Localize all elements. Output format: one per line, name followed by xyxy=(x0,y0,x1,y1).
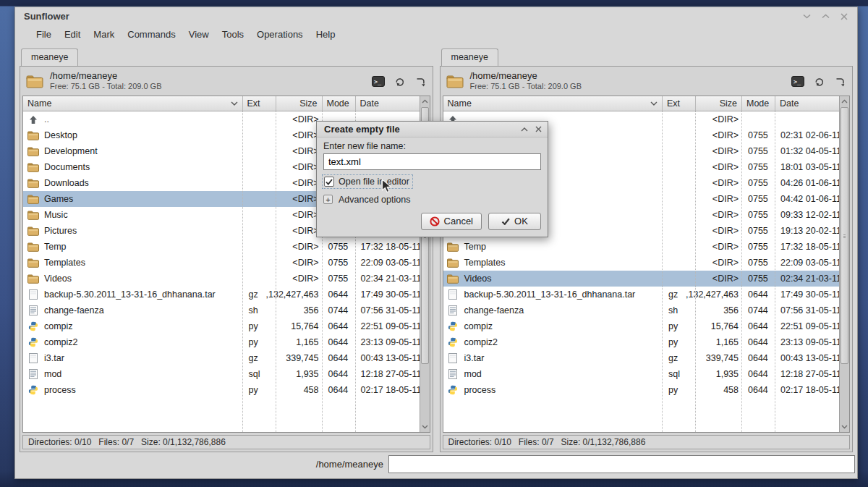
menu-help[interactable]: Help xyxy=(310,27,342,42)
file-row[interactable]: process py 458 0644 02:17 18-05-11 xyxy=(23,382,420,398)
checkbox-checked-icon[interactable] xyxy=(324,177,334,187)
open-in-editor-checkbox-row[interactable]: Open file in editor xyxy=(323,176,412,187)
right-scrollbar[interactable] xyxy=(839,96,849,432)
advanced-options-expander[interactable]: + Advanced options xyxy=(323,195,541,205)
column-header-ext[interactable]: Ext xyxy=(663,96,696,111)
swap-panels-icon[interactable] xyxy=(834,76,845,87)
menu-mark[interactable]: Mark xyxy=(87,27,121,42)
maximize-icon[interactable] xyxy=(818,10,833,23)
file-row[interactable]: Temp <DIR> 0755 17:32 18-05-11 xyxy=(443,239,840,255)
scroll-up-icon[interactable] xyxy=(420,96,430,106)
right-tabstrip: meaneye xyxy=(440,47,854,66)
terminal-icon[interactable]: >_ xyxy=(372,76,385,87)
titlebar[interactable]: Sunflower xyxy=(15,7,857,25)
file-name-input[interactable] xyxy=(323,153,541,170)
window-controls xyxy=(799,10,851,23)
scroll-down-icon[interactable] xyxy=(420,422,430,432)
menu-tools[interactable]: Tools xyxy=(216,27,250,42)
cancel-prohibition-icon xyxy=(430,216,440,226)
reload-icon[interactable] xyxy=(394,76,405,87)
column-header-date[interactable]: Date xyxy=(356,96,420,111)
file-icon xyxy=(27,289,39,300)
column-header-date[interactable]: Date xyxy=(775,96,839,111)
scroll-up-icon[interactable] xyxy=(840,96,849,106)
file-row[interactable]: process py 458 0644 02:17 18-05-11 xyxy=(443,382,840,398)
file-row[interactable]: Templates <DIR> 0755 22:09 03-05-11 xyxy=(23,255,420,271)
folder-icon xyxy=(446,75,464,88)
command-input[interactable] xyxy=(388,455,855,473)
file-row[interactable]: compiz2 py 1,165 0644 23:13 09-05-11 xyxy=(443,334,840,350)
file-row[interactable]: backup-5.30.2011_13-31-16_dhhanana.tar g… xyxy=(23,287,420,302)
sort-descending-icon xyxy=(231,101,238,106)
close-icon[interactable] xyxy=(837,10,851,23)
column-header-mode[interactable]: Mode xyxy=(323,96,356,111)
python-icon xyxy=(447,337,459,347)
right-panel: meaneye /home/meaneye Free: 75.1 GB - To… xyxy=(440,47,854,452)
text-file-icon xyxy=(27,369,39,379)
terminal-icon[interactable]: >_ xyxy=(791,76,804,87)
minimize-icon[interactable] xyxy=(799,10,814,23)
left-statusbar: Directories: 0/10 Files: 0/7 Size: 0/1,1… xyxy=(22,435,430,449)
text-file-icon xyxy=(447,369,459,379)
python-icon xyxy=(447,385,459,395)
left-pathbar[interactable]: /home/meaneye Free: 75.1 GB - Total: 209… xyxy=(20,67,433,96)
python-icon xyxy=(27,337,39,347)
file-row[interactable]: i3.tar gz 339,745 0644 00:43 13-05-11 xyxy=(443,350,840,366)
file-row[interactable]: mod sql 1,935 0644 12:18 27-05-11 xyxy=(443,366,840,382)
dialog-close-icon[interactable] xyxy=(535,126,542,132)
column-header-ext[interactable]: Ext xyxy=(243,96,276,111)
python-icon xyxy=(447,321,459,331)
file-icon xyxy=(447,289,459,300)
right-path: /home/meaneye xyxy=(470,70,582,82)
folder-icon xyxy=(26,75,43,88)
file-row[interactable]: Temp <DIR> 0755 17:32 18-05-11 xyxy=(23,239,420,255)
column-header-mode[interactable]: Mode xyxy=(742,96,775,111)
dialog-titlebar[interactable]: Create empty file xyxy=(317,122,548,137)
left-tab-meaneye[interactable]: meaneye xyxy=(21,48,78,66)
file-row[interactable]: change-faenza sh 356 0744 07:56 31-05-11 xyxy=(443,302,840,318)
menu-view[interactable]: View xyxy=(182,27,216,42)
menu-commands[interactable]: Commands xyxy=(121,27,182,42)
menu-operations[interactable]: Operations xyxy=(250,27,310,42)
dialog-collapse-icon[interactable] xyxy=(521,126,528,132)
file-row[interactable]: change-faenza sh 356 0744 07:56 31-05-11 xyxy=(23,302,420,318)
folder-icon xyxy=(447,242,459,252)
folder-icon xyxy=(447,258,459,268)
right-pathbar[interactable]: /home/meaneye Free: 75.1 GB - Total: 209… xyxy=(441,67,853,96)
ok-check-icon xyxy=(501,218,510,225)
file-icon xyxy=(447,353,459,363)
menubar: File Edit Mark Commands View Tools Opera… xyxy=(15,25,857,43)
file-row[interactable]: backup-5.30.2011_13-31-16_dhhanana.tar g… xyxy=(443,287,840,302)
menu-edit[interactable]: Edit xyxy=(58,27,87,42)
folder-icon xyxy=(27,131,39,140)
file-row[interactable]: compiz py 15,764 0644 22:51 09-05-11 xyxy=(443,318,840,334)
scroll-down-icon[interactable] xyxy=(840,422,849,432)
column-header-size[interactable]: Size xyxy=(696,96,742,111)
scrollbar-thumb[interactable] xyxy=(841,107,848,364)
reload-icon[interactable] xyxy=(814,76,825,87)
file-row[interactable]: compiz py 15,764 0644 22:51 09-05-11 xyxy=(23,318,420,334)
file-row[interactable]: i3.tar gz 339,745 0644 00:43 13-05-11 xyxy=(23,350,420,366)
column-header-size[interactable]: Size xyxy=(276,96,323,111)
expand-plus-icon[interactable]: + xyxy=(323,195,333,204)
column-header-name[interactable]: Name xyxy=(443,96,663,111)
up-icon xyxy=(27,115,39,124)
folder-icon xyxy=(27,179,39,188)
file-row[interactable]: Templates <DIR> 0755 22:09 03-05-11 xyxy=(443,255,840,271)
open-in-editor-label: Open file in editor xyxy=(339,177,409,187)
file-row[interactable]: mod sql 1,935 0644 12:18 27-05-11 xyxy=(23,366,420,382)
folder-icon xyxy=(27,274,39,284)
file-row[interactable]: Videos <DIR> 0755 02:34 21-03-11 xyxy=(443,271,840,287)
swap-panels-icon[interactable] xyxy=(414,76,425,87)
right-tab-meaneye[interactable]: meaneye xyxy=(441,48,498,66)
cancel-button[interactable]: Cancel xyxy=(421,213,482,230)
ok-button[interactable]: OK xyxy=(488,213,541,230)
menu-file[interactable]: File xyxy=(30,27,58,42)
workspace: meaneye /home/meaneye Free: 75.1 GB - To… xyxy=(15,43,857,454)
file-row[interactable]: compiz2 py 1,165 0644 23:13 09-05-11 xyxy=(23,334,420,350)
file-icon xyxy=(27,353,39,363)
file-row[interactable]: Videos <DIR> 0755 02:34 21-03-11 xyxy=(23,271,420,287)
column-header-name[interactable]: Name xyxy=(23,96,243,111)
command-bar: /home/meaneye xyxy=(15,454,857,478)
left-path: /home/meaneye xyxy=(50,70,162,82)
